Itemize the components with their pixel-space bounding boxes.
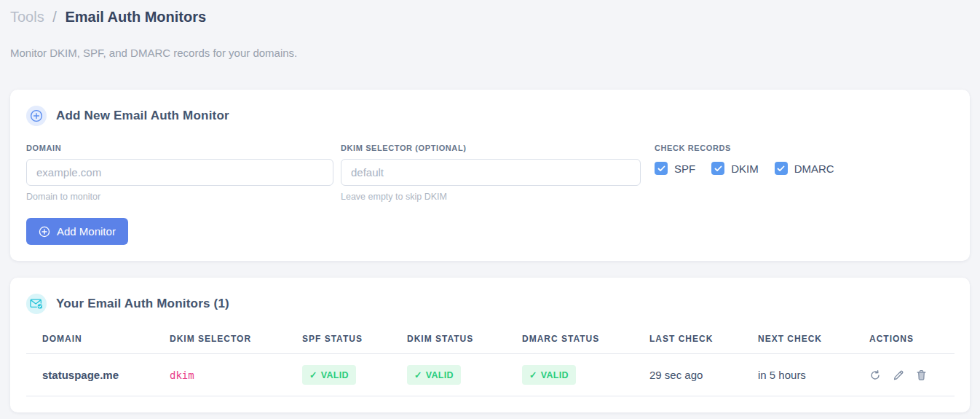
domain-field-group: DOMAIN Domain to monitor (26, 144, 333, 202)
spf-status-text: VALID (321, 370, 349, 380)
breadcrumb: Tools / Email Auth Monitors (10, 0, 970, 27)
dkim-selector-input[interactable] (341, 159, 641, 186)
add-monitor-card: Add New Email Auth Monitor DOMAIN Domain… (10, 90, 970, 261)
dmarc-status-text: VALID (541, 370, 569, 380)
monitor-dkim-selector: dkim (170, 369, 194, 381)
column-header-domain: DOMAIN (26, 329, 170, 354)
monitor-domain: statuspage.me (26, 354, 170, 396)
monitors-list-card: Your Email Auth Monitors (1) DOMAIN DKIM… (10, 278, 970, 412)
dkim-checkbox-label: DKIM (731, 162, 759, 175)
checked-checkbox-icon (711, 162, 724, 175)
dmarc-checkbox[interactable]: DMARC (775, 162, 834, 175)
monitors-card-title: Your Email Auth Monitors (1) (56, 297, 229, 311)
monitor-last-check: 29 sec ago (649, 354, 758, 396)
envelope-check-icon (26, 294, 47, 314)
plus-circle-icon (26, 106, 47, 126)
add-monitor-card-title: Add New Email Auth Monitor (56, 109, 229, 123)
dkim-checkbox[interactable]: DKIM (711, 162, 759, 175)
delete-icon[interactable] (916, 369, 927, 381)
refresh-icon[interactable] (869, 369, 881, 381)
page-subtitle: Monitor DKIM, SPF, and DMARC records for… (10, 47, 970, 59)
plus-circle-icon (39, 226, 50, 238)
add-monitor-button-label: Add Monitor (57, 225, 116, 238)
domain-field-label: DOMAIN (26, 144, 333, 152)
column-header-spf-status: SPF STATUS (302, 329, 407, 354)
edit-icon[interactable] (893, 369, 904, 381)
column-header-next-check: NEXT CHECK (758, 329, 869, 354)
dkim-selector-field-group: DKIM SELECTOR (OPTIONAL) Leave empty to … (341, 144, 641, 202)
column-header-actions: ACTIONS (869, 329, 955, 354)
breadcrumb-separator: / (52, 9, 57, 25)
row-actions (869, 369, 955, 381)
spf-checkbox[interactable]: SPF (655, 162, 695, 175)
spf-status-badge: ✓ VALID (302, 365, 356, 385)
dmarc-status-badge: ✓ VALID (522, 365, 576, 385)
spf-checkbox-label: SPF (674, 162, 695, 175)
breadcrumb-tools-link[interactable]: Tools (10, 9, 44, 25)
checked-checkbox-icon (775, 162, 788, 175)
dkim-status-text: VALID (426, 370, 454, 380)
table-header-row: DOMAIN DKIM SELECTOR SPF STATUS DKIM STA… (26, 329, 955, 354)
check-glyph: ✓ (529, 369, 537, 380)
dkim-status-badge: ✓ VALID (407, 365, 461, 385)
check-records-options: SPF DKIM DMARC (655, 162, 834, 175)
domain-input[interactable] (26, 159, 333, 186)
dkim-selector-field-label: DKIM SELECTOR (OPTIONAL) (341, 144, 641, 152)
column-header-last-check: LAST CHECK (649, 329, 758, 354)
add-monitor-card-header: Add New Email Auth Monitor (26, 106, 954, 126)
dkim-selector-field-help: Leave empty to skip DKIM (341, 192, 641, 202)
email-auth-monitors-page: Tools / Email Auth Monitors Monitor DKIM… (0, 0, 980, 412)
monitor-next-check: in 5 hours (758, 354, 869, 396)
column-header-dmarc-status: DMARC STATUS (522, 329, 649, 354)
monitors-table: DOMAIN DKIM SELECTOR SPF STATUS DKIM STA… (26, 329, 955, 396)
monitors-card-header: Your Email Auth Monitors (1) (26, 294, 954, 314)
check-records-group: CHECK RECORDS SPF DKIM (655, 144, 834, 175)
column-header-dkim-selector: DKIM SELECTOR (170, 329, 302, 354)
add-monitor-form: DOMAIN Domain to monitor DKIM SELECTOR (… (26, 144, 954, 202)
check-records-label: CHECK RECORDS (655, 144, 834, 152)
dmarc-checkbox-label: DMARC (794, 162, 834, 175)
page-title: Email Auth Monitors (65, 9, 206, 25)
table-row: statuspage.me dkim ✓ VALID ✓ VALID (26, 354, 955, 396)
column-header-dkim-status: DKIM STATUS (407, 329, 522, 354)
add-monitor-button[interactable]: Add Monitor (26, 218, 128, 245)
checked-checkbox-icon (655, 162, 668, 175)
domain-field-help: Domain to monitor (26, 192, 333, 202)
check-glyph: ✓ (309, 369, 317, 380)
check-glyph: ✓ (414, 369, 422, 380)
